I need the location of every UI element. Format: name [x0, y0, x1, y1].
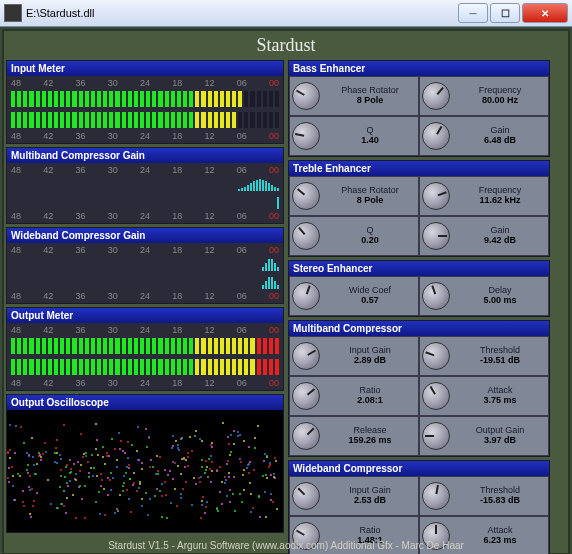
param-value: 6.48 dB — [454, 136, 546, 146]
gain-bar — [9, 175, 281, 193]
knob-icon[interactable] — [422, 382, 450, 410]
app-icon — [4, 4, 22, 22]
meter-scale: 484236302418120600 — [9, 245, 281, 255]
meter-scale: 484236302418120600 — [9, 165, 281, 175]
meter-bar-l — [9, 336, 281, 356]
meter-bar-r — [9, 110, 281, 130]
mbcomp-param-4: Release159.26 ms — [289, 416, 419, 456]
wbcomp-header: Wideband Compressor — [289, 461, 549, 476]
param-value: 8 Pole — [324, 96, 416, 106]
meter-scale: 484236302418120600 — [9, 291, 281, 301]
knob-icon[interactable] — [422, 82, 450, 110]
oscilloscope-header: Output Oscilloscope — [7, 395, 283, 410]
mb-gain-header: Multiband Compressor Gain — [7, 148, 283, 163]
knob-icon[interactable] — [292, 282, 320, 310]
knob-icon[interactable] — [422, 182, 450, 210]
treble-param-1: Frequency11.62 kHz — [419, 176, 549, 216]
knob-icon[interactable] — [292, 382, 320, 410]
knob-icon[interactable] — [422, 482, 450, 510]
window-title: E:\Stardust.dll — [26, 7, 456, 19]
stereo-param-1: Delay5.00 ms — [419, 276, 549, 316]
meter-scale: 484236302418120600 — [9, 325, 281, 335]
meter-bar-l — [9, 89, 281, 109]
param-value: 2.53 dB — [324, 496, 416, 506]
bass-param-3: Gain6.48 dB — [419, 116, 549, 156]
mbcomp-param-1: Threshold-19.51 dB — [419, 336, 549, 376]
bass-panel: Bass EnhancerPhase Rotator8 PoleFrequenc… — [288, 60, 550, 157]
knob-icon[interactable] — [292, 422, 320, 450]
close-button[interactable]: ✕ — [522, 3, 568, 23]
mbcomp-param-0: Input Gain2.89 dB — [289, 336, 419, 376]
stereo-header: Stereo Enhancer — [289, 261, 549, 276]
bass-param-0: Phase Rotator8 Pole — [289, 76, 419, 116]
param-value: 5.00 ms — [454, 296, 546, 306]
param-value: 9.42 dB — [454, 236, 546, 246]
bass-param-2: Q1.40 — [289, 116, 419, 156]
footer-text: Stardust V1.5 - Arguru Software (www.aod… — [4, 540, 568, 551]
window-titlebar: E:\Stardust.dll ─ ☐ ✕ — [0, 0, 572, 27]
treble-param-0: Phase Rotator8 Pole — [289, 176, 419, 216]
knob-icon[interactable] — [292, 82, 320, 110]
stereo-panel: Stereo EnhancerWide Coef0.57Delay5.00 ms — [288, 260, 550, 317]
meter-scale: 484236302418120600 — [9, 131, 281, 141]
param-value: 1.40 — [324, 136, 416, 146]
mbcomp-header: Multiband Compressor — [289, 321, 549, 336]
input-meter-panel: Input Meter 484236302418120600 484236302… — [6, 60, 284, 144]
param-value: 2.08:1 — [324, 396, 416, 406]
knob-icon[interactable] — [422, 342, 450, 370]
output-meter-header: Output Meter — [7, 308, 283, 323]
knob-icon[interactable] — [292, 482, 320, 510]
stereo-param-0: Wide Coef0.57 — [289, 276, 419, 316]
mbcomp-param-5: Output Gain3.97 dB — [419, 416, 549, 456]
plugin-body: Stardust Input Meter 484236302418120600 … — [2, 29, 570, 554]
maximize-button[interactable]: ☐ — [490, 3, 520, 23]
wb-gain-header: Wideband Compressor Gain — [7, 228, 283, 243]
oscilloscope-display — [7, 410, 283, 532]
knob-icon[interactable] — [292, 222, 320, 250]
param-value: 159.26 ms — [324, 436, 416, 446]
treble-header: Treble Enhancer — [289, 161, 549, 176]
input-meter-header: Input Meter — [7, 61, 283, 76]
param-value: 8 Pole — [324, 196, 416, 206]
knob-icon[interactable] — [292, 342, 320, 370]
param-value: 80.00 Hz — [454, 96, 546, 106]
bass-header: Bass Enhancer — [289, 61, 549, 76]
treble-panel: Treble EnhancerPhase Rotator8 PoleFreque… — [288, 160, 550, 257]
plugin-title: Stardust — [6, 33, 566, 60]
mbcomp-param-2: Ratio2.08:1 — [289, 376, 419, 416]
knob-icon[interactable] — [422, 282, 450, 310]
mb-gain-panel: Multiband Compressor Gain 48423630241812… — [6, 147, 284, 224]
param-value: -19.51 dB — [454, 356, 546, 366]
param-value: 11.62 kHz — [454, 196, 546, 206]
meter-scale: 484236302418120600 — [9, 378, 281, 388]
meter-scale: 484236302418120600 — [9, 211, 281, 221]
knob-icon[interactable] — [422, 422, 450, 450]
knob-icon[interactable] — [292, 122, 320, 150]
oscilloscope-panel: Output Oscilloscope — [6, 394, 284, 533]
param-value: 3.97 dB — [454, 436, 546, 446]
knob-icon[interactable] — [292, 182, 320, 210]
param-value: 2.89 dB — [324, 356, 416, 366]
meter-scale: 484236302418120600 — [9, 78, 281, 88]
gain-bar — [9, 255, 281, 273]
meter-bar-r — [9, 357, 281, 377]
minimize-button[interactable]: ─ — [458, 3, 488, 23]
gain-bar — [9, 273, 281, 291]
param-value: 0.20 — [324, 236, 416, 246]
param-value: -15.83 dB — [454, 496, 546, 506]
mbcomp-panel: Multiband CompressorInput Gain2.89 dBThr… — [288, 320, 550, 457]
wbcomp-param-0: Input Gain2.53 dB — [289, 476, 419, 516]
gain-bar — [9, 193, 281, 211]
treble-param-2: Q0.20 — [289, 216, 419, 256]
knob-icon[interactable] — [422, 222, 450, 250]
bass-param-1: Frequency80.00 Hz — [419, 76, 549, 116]
mbcomp-param-3: Attack3.75 ms — [419, 376, 549, 416]
wbcomp-param-1: Threshold-15.83 dB — [419, 476, 549, 516]
param-value: 3.75 ms — [454, 396, 546, 406]
treble-param-3: Gain9.42 dB — [419, 216, 549, 256]
wb-gain-panel: Wideband Compressor Gain 484236302418120… — [6, 227, 284, 304]
knob-icon[interactable] — [422, 122, 450, 150]
output-meter-panel: Output Meter 484236302418120600 48423630… — [6, 307, 284, 391]
param-value: 0.57 — [324, 296, 416, 306]
